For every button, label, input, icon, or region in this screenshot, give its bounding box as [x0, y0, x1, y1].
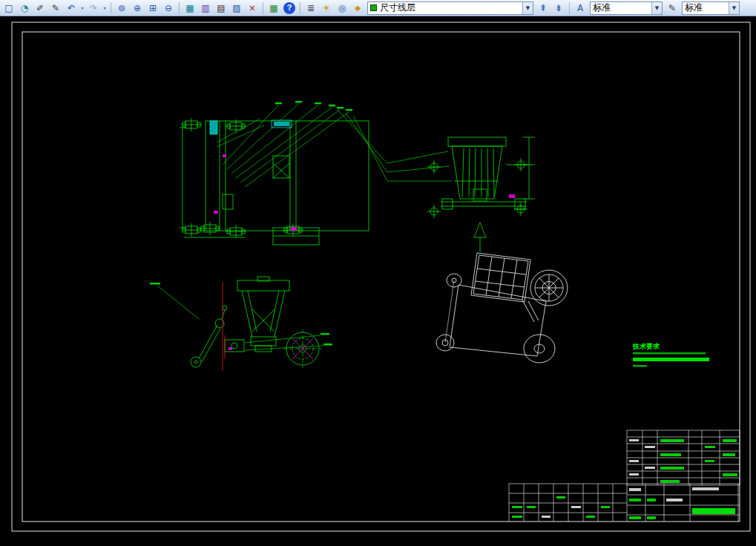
chevron-down-icon[interactable]: ▼: [651, 2, 662, 14]
layer-dropdown[interactable]: 尺寸线层 ▼: [367, 1, 533, 15]
annotate-icon[interactable]: ✎: [665, 1, 680, 15]
tech-req-line-bar: [633, 358, 709, 361]
drawing-sheet[interactable]: 技术要求: [0, 16, 756, 546]
undo-icon[interactable]: ↶: [64, 1, 79, 15]
toolbar-separator: [111, 2, 111, 14]
tech-req-line-bar: [633, 352, 706, 355]
brush-icon[interactable]: ✐: [33, 1, 47, 15]
export-icon[interactable]: ▨: [229, 1, 244, 15]
toolbar-separator: [263, 2, 263, 14]
zoom-out-icon[interactable]: ⊖: [161, 1, 176, 15]
technical-requirements-title: 技术要求: [632, 343, 660, 350]
drawing-name-text: [692, 508, 735, 514]
zoom-window-icon[interactable]: ⊞: [145, 1, 160, 15]
toolbar-separator: [569, 2, 570, 14]
zoom-dynamic-icon[interactable]: ⊚: [114, 1, 129, 15]
redo-dropdown-arrow[interactable]: ▾: [102, 5, 108, 10]
toolbar: □ ◔ ✐ ✎ ↶ ▾ ↷ ▾ ⊚ ⊕ ⊞ ⊖ ▦ ▥ ▤ ▨ × ▦ ? ≣ …: [0, 0, 756, 16]
layer-dropdown-value: 尺寸线层: [380, 1, 522, 14]
toolbar-separator: [179, 2, 180, 14]
grid-icon[interactable]: ▦: [266, 1, 281, 15]
sheet-icon[interactable]: ▤: [214, 1, 229, 15]
model-space-canvas[interactable]: 技术要求: [0, 16, 756, 546]
chevron-down-icon[interactable]: ▼: [522, 2, 533, 14]
table-icon[interactable]: ▦: [183, 1, 197, 15]
layers-icon[interactable]: ≣: [303, 1, 318, 15]
bulb-icon[interactable]: ☀: [319, 1, 334, 15]
redo-icon[interactable]: ↷: [86, 1, 101, 15]
cad-application-window: □ ◔ ✐ ✎ ↶ ▾ ↷ ▾ ⊚ ⊕ ⊞ ⊖ ▦ ▥ ▤ ▨ × ▦ ? ≣ …: [0, 0, 756, 546]
dim-style-dropdown-value: 标准: [685, 1, 729, 14]
pen-icon[interactable]: ✎: [48, 1, 63, 15]
lock-icon[interactable]: ◆: [350, 1, 365, 15]
text-style-icon[interactable]: A: [573, 1, 588, 15]
clock-icon[interactable]: ◔: [17, 1, 32, 15]
text-style-dropdown-value: 标准: [593, 1, 651, 14]
new-file-icon[interactable]: □: [1, 1, 16, 15]
dim-style-dropdown[interactable]: 标准 ▼: [682, 1, 740, 15]
layer-states-icon[interactable]: ⇟: [551, 1, 566, 15]
magenta-markers-view2: [509, 194, 515, 198]
undo-dropdown-arrow[interactable]: ▾: [79, 5, 85, 10]
close-drawing-icon[interactable]: ×: [245, 1, 260, 15]
chart-icon[interactable]: ▥: [198, 1, 213, 15]
chevron-down-icon[interactable]: ▼: [729, 2, 739, 14]
tech-req-line-bar: [633, 365, 647, 367]
toolbar-separator: [300, 2, 300, 14]
layer-previous-icon[interactable]: ⇞: [536, 1, 550, 15]
help-icon[interactable]: ?: [283, 2, 295, 14]
layer-color-swatch: [370, 4, 377, 11]
text-style-dropdown[interactable]: 标准 ▼: [590, 1, 663, 15]
globe-icon[interactable]: ◎: [335, 1, 349, 15]
zoom-in-icon[interactable]: ⊕: [130, 1, 145, 15]
